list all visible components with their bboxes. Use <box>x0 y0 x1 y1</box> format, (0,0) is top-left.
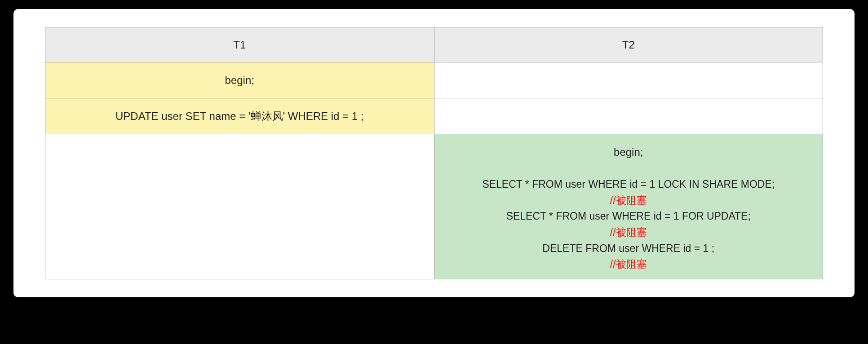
r4-t1 <box>45 170 434 279</box>
header-t1: T1 <box>45 27 434 62</box>
sql-statement: DELETE FROM user WHERE id = 1 ; <box>436 241 821 257</box>
blocked-comment: //被阻塞 <box>436 256 821 273</box>
transaction-table: T1 T2 begin; UPDATE user SET name = '蝉沐风… <box>45 27 823 279</box>
r2-t2 <box>434 98 823 134</box>
header-t2: T2 <box>434 27 823 62</box>
r3-t1 <box>45 134 434 170</box>
card: T1 T2 begin; UPDATE user SET name = '蝉沐风… <box>13 9 855 297</box>
blocked-comment: //被阻塞 <box>436 225 821 241</box>
r2-t1: UPDATE user SET name = '蝉沐风' WHERE id = … <box>45 98 434 134</box>
r3-t2: begin; <box>434 134 823 170</box>
r1-t1: begin; <box>45 62 434 98</box>
r1-t2 <box>434 62 823 98</box>
sql-statement: SELECT * FROM user WHERE id = 1 LOCK IN … <box>436 176 821 193</box>
blocked-comment: //被阻塞 <box>436 193 821 209</box>
sql-statement: SELECT * FROM user WHERE id = 1 FOR UPDA… <box>436 208 821 225</box>
r4-t2: SELECT * FROM user WHERE id = 1 LOCK IN … <box>434 170 823 279</box>
